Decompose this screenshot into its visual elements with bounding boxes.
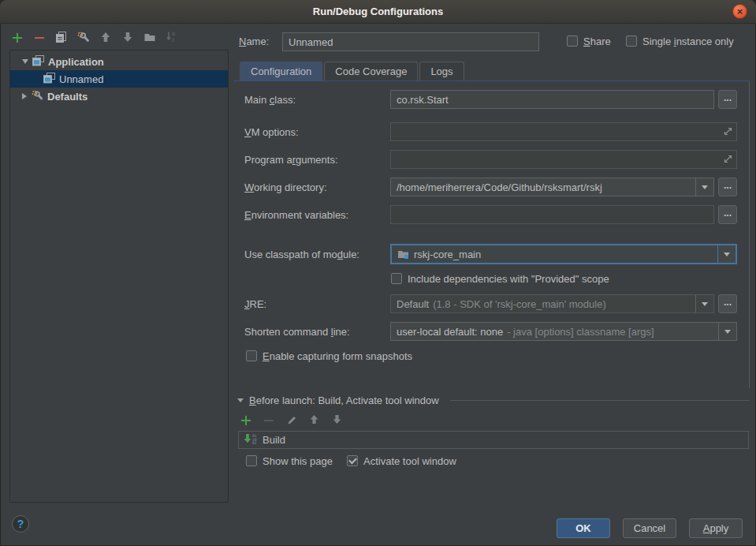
wrench-icon: [76, 31, 90, 46]
shorten-command-line-combo[interactable]: user-local default: none - java [options…: [390, 322, 737, 341]
tree-item-label: Application: [48, 56, 104, 68]
jre-value-secondary: (1.8 - SDK of 'rskj-core_main' module): [433, 298, 606, 310]
arrow-down-icon: [122, 32, 133, 45]
jre-dropdown[interactable]: [695, 295, 713, 312]
svg-text:z: z: [172, 37, 175, 43]
tree-item-application[interactable]: Application: [10, 53, 228, 70]
remove-configuration-button[interactable]: [32, 32, 46, 45]
sort-alphabetically-button[interactable]: az: [165, 32, 178, 45]
copy-configuration-button[interactable]: [54, 32, 68, 45]
arrow-down-icon: [332, 414, 342, 427]
collapse-section-icon[interactable]: [237, 398, 244, 402]
window-title: Run/Debug Configurations: [0, 0, 756, 23]
expand-field-icon[interactable]: [723, 154, 733, 166]
program-arguments-label: Program arguments:: [244, 154, 338, 166]
add-task-button[interactable]: [239, 414, 252, 428]
move-up-button[interactable]: [99, 32, 112, 45]
help-button[interactable]: ?: [12, 515, 29, 533]
question-mark-icon: ?: [17, 518, 24, 530]
expand-field-icon[interactable]: [723, 126, 733, 139]
vm-options-label: VM options:: [244, 126, 299, 138]
folder-icon: [143, 32, 156, 45]
task-move-down-button[interactable]: [330, 414, 344, 428]
tree-item-label: Unnamed: [59, 73, 103, 85]
working-directory-browse-button[interactable]: ...: [718, 178, 737, 196]
ok-button[interactable]: OK: [557, 518, 610, 538]
enable-snapshots-checkbox[interactable]: [246, 350, 257, 361]
tab-configuration[interactable]: Configuration: [240, 62, 322, 80]
chevron-down-icon: [702, 185, 708, 189]
vm-options-input[interactable]: [390, 122, 737, 141]
tab-bar: Configuration Code Coverage Logs: [240, 62, 464, 80]
chevron-down-icon: [702, 302, 708, 306]
include-provided-checkbox[interactable]: [391, 273, 402, 284]
jre-combo[interactable]: Default (1.8 - SDK of 'rskj-core_main' m…: [390, 294, 714, 313]
environment-variables-input[interactable]: [390, 205, 714, 224]
pencil-icon: [286, 414, 297, 428]
working-directory-combo[interactable]: /home/meriherrera/Code/Github/rsksmart/r…: [390, 178, 714, 196]
tree-collapsed-icon[interactable]: [22, 93, 27, 99]
close-button[interactable]: ×: [732, 4, 747, 19]
shorten-value-primary: user-local default: none: [397, 326, 503, 338]
edit-defaults-button[interactable]: [76, 32, 90, 45]
tree-item-unnamed[interactable]: Unnamed: [10, 70, 228, 88]
before-launch-toolbar: [239, 414, 344, 427]
use-classpath-value: rskj-core_main: [414, 249, 481, 260]
single-instance-checkbox-group[interactable]: Single instance only: [626, 35, 734, 47]
add-configuration-button[interactable]: [10, 32, 24, 45]
edit-task-button[interactable]: [285, 414, 298, 428]
use-classpath-dropdown[interactable]: [717, 245, 736, 263]
shorten-command-line-label: Shorten command line:: [244, 326, 350, 338]
before-launch-task-list: 011001 Build: [238, 431, 749, 449]
enable-snapshots-label: Enable capturing form snapshots: [263, 350, 412, 362]
section-divider: [450, 400, 749, 401]
sort-az-icon: az: [166, 31, 177, 45]
before-launch-header[interactable]: Before launch: Build, Activate tool wind…: [237, 395, 749, 406]
program-arguments-input[interactable]: [390, 150, 737, 169]
share-checkbox[interactable]: [567, 36, 578, 47]
working-directory-dropdown[interactable]: [695, 178, 713, 196]
chevron-down-icon: [724, 252, 730, 256]
tab-logs[interactable]: Logs: [419, 62, 464, 80]
activate-tool-window-checkbox[interactable]: [347, 455, 358, 466]
main-class-browse-button[interactable]: ...: [718, 90, 737, 109]
plus-icon: [12, 32, 23, 43]
task-move-up-button[interactable]: [307, 414, 321, 428]
environment-variables-label: Environment variables:: [244, 209, 348, 221]
apply-button[interactable]: Apply: [689, 518, 743, 538]
share-label: Share: [583, 36, 611, 47]
before-launch-title: Before launch: Build, Activate tool wind…: [249, 395, 439, 406]
environment-variables-browse-button[interactable]: ...: [718, 205, 737, 224]
use-classpath-combo[interactable]: rskj-core_main: [390, 244, 737, 264]
jre-browse-button[interactable]: ...: [718, 294, 737, 313]
shorten-value-secondary: - java [options] classname [args]: [507, 326, 654, 338]
move-down-button[interactable]: [121, 32, 134, 45]
tree-item-defaults[interactable]: Defaults: [10, 88, 228, 105]
show-this-page-checkbox[interactable]: [246, 455, 257, 466]
activate-tool-window-checkbox-group[interactable]: Activate tool window: [347, 454, 456, 467]
main-class-input[interactable]: [390, 90, 714, 109]
name-label: Name:: [239, 36, 269, 47]
build-icon: 011001: [243, 433, 258, 447]
cancel-button[interactable]: Cancel: [623, 518, 676, 538]
minus-icon: [263, 415, 274, 426]
remove-task-button[interactable]: [262, 414, 275, 428]
include-provided-checkbox-group[interactable]: Include dependencies with "Provided" sco…: [391, 272, 609, 285]
working-directory-value: /home/meriherrera/Code/Github/rsksmart/r…: [397, 181, 602, 193]
single-instance-label: Single instance only: [642, 36, 734, 47]
show-this-page-checkbox-group[interactable]: Show this page: [246, 454, 333, 467]
titlebar: Run/Debug Configurations ×: [0, 0, 756, 24]
tab-code-coverage[interactable]: Code Coverage: [324, 62, 418, 80]
single-instance-checkbox[interactable]: [626, 36, 637, 47]
wrench-icon: [31, 89, 43, 103]
tree-expanded-icon[interactable]: [22, 59, 28, 64]
arrow-up-icon: [309, 414, 319, 427]
task-item-build[interactable]: Build: [263, 434, 285, 446]
share-checkbox-group[interactable]: Share: [567, 35, 611, 47]
show-this-page-label: Show this page: [263, 455, 333, 467]
name-input[interactable]: [282, 32, 539, 51]
enable-snapshots-checkbox-group[interactable]: Enable capturing form snapshots: [246, 350, 412, 362]
shorten-dropdown[interactable]: [718, 323, 736, 340]
new-folder-button[interactable]: [143, 32, 156, 45]
application-type-icon: [32, 55, 44, 69]
